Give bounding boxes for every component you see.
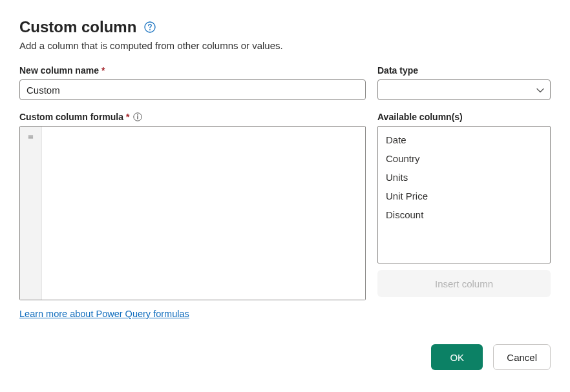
list-item[interactable]: Units — [378, 168, 550, 187]
dialog-footer: OK Cancel — [19, 344, 551, 370]
data-type-label: Data type — [377, 65, 551, 76]
label-text: New column name — [19, 65, 99, 76]
main-content: New column name * Custom column formula … — [19, 65, 551, 320]
help-icon[interactable] — [144, 21, 156, 33]
required-asterisk: * — [101, 65, 105, 76]
svg-point-3 — [138, 114, 139, 116]
formula-editor[interactable] — [42, 127, 365, 300]
svg-point-1 — [149, 29, 151, 30]
data-type-select[interactable] — [377, 79, 551, 100]
left-column: New column name * Custom column formula … — [19, 65, 366, 320]
list-item[interactable]: Unit Price — [378, 187, 550, 205]
required-asterisk: * — [126, 112, 129, 122]
list-item[interactable]: Country — [378, 149, 550, 168]
list-item[interactable]: Date — [378, 130, 550, 149]
new-column-name-label: New column name * — [19, 65, 366, 76]
ok-button[interactable]: OK — [431, 344, 483, 370]
available-columns-list[interactable]: Date Country Units Unit Price Discount — [377, 126, 551, 263]
list-item[interactable]: Discount — [378, 205, 550, 224]
cancel-button[interactable]: Cancel — [493, 344, 551, 370]
dialog-title: Custom column — [19, 18, 136, 36]
new-column-name-input[interactable] — [19, 79, 366, 100]
insert-column-button[interactable]: Insert column — [377, 270, 551, 297]
svg-rect-4 — [138, 116, 138, 119]
data-type-select-wrapper — [377, 79, 551, 100]
dialog-subtitle: Add a column that is computed from other… — [19, 40, 551, 51]
formula-box: = — [19, 126, 366, 300]
label-text: Custom column formula — [19, 112, 123, 122]
available-columns-label: Available column(s) — [377, 112, 551, 122]
dialog-header: Custom column — [19, 18, 551, 36]
formula-gutter: = — [20, 127, 42, 300]
formula-label: Custom column formula * — [19, 112, 366, 122]
learn-more-link[interactable]: Learn more about Power Query formulas — [19, 309, 189, 319]
right-column: Data type Available column(s) Date Count… — [377, 65, 551, 320]
info-icon[interactable] — [133, 112, 142, 121]
